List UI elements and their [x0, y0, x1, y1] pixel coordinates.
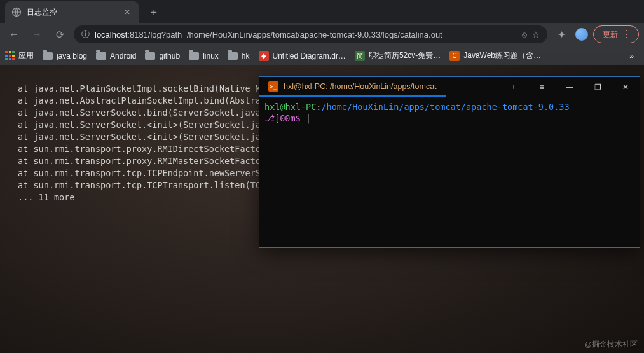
globe-icon [11, 7, 22, 17]
bookmark-label: github [159, 52, 180, 60]
translate-icon[interactable]: ⎋ [522, 30, 527, 39]
bookmark-item-4[interactable]: hk [228, 52, 250, 60]
watermark-text: @掘金技术社区 [584, 340, 638, 349]
browser-toolbar: ← → ⟳ ⓘ localhost:8181/log?path=/home/Ho… [0, 23, 644, 46]
terminal-close-button[interactable]: ✕ [612, 77, 640, 97]
apps-label: 应用 [18, 50, 34, 61]
bookmark-label: hk [242, 52, 250, 60]
site-info-icon[interactable]: ⓘ [81, 29, 90, 40]
terminal-window: >_ hxl@hxl-PC: /home/HouXinLin/apps/tomc… [259, 76, 640, 248]
bookmark-label: Android [110, 52, 136, 60]
bookmark-label: Untitled Diagram.dr… [273, 52, 346, 60]
bookmark-label: 职徒简历52cv-免费… [369, 50, 441, 61]
terminal-maximize-button[interactable]: ❐ [584, 77, 612, 97]
terminal-prompt-line1: hxl@hxl-PC:/home/HouXinLin/apps/tomcat/a… [264, 101, 634, 113]
site-favicon: 简 [355, 51, 365, 61]
bookmarks-bar: 应用 java blogAndroidgithublinuxhk◆Untitle… [0, 46, 644, 65]
bookmark-item-2[interactable]: github [145, 52, 180, 60]
site-favicon: C [449, 51, 460, 61]
reload-button[interactable]: ⟳ [51, 25, 69, 43]
apps-grid-icon [5, 51, 15, 60]
terminal-menu-icon[interactable]: ≡ [528, 77, 556, 97]
terminal-icon: >_ [268, 81, 278, 92]
new-tab-button[interactable]: ＋ [145, 3, 163, 21]
forward-button[interactable]: → [28, 25, 46, 43]
terminal-prompt-line2: ⎇[00m$ | [264, 113, 634, 124]
terminal-new-tab-button[interactable]: ＋ [500, 77, 528, 97]
back-button[interactable]: ← [5, 25, 23, 43]
folder-icon [145, 52, 155, 60]
terminal-tab-title: hxl@hxl-PC: /home/HouXinLin/apps/tomcat [284, 82, 437, 91]
bookmark-item-0[interactable]: java blog [43, 52, 87, 60]
profile-avatar[interactable] [575, 28, 588, 41]
omnibox-url: localhost:8181/log?path=/home/HouXinLin/… [95, 30, 517, 39]
bookmark-item-7[interactable]: CJavaWeb练习题（含… [449, 50, 541, 61]
bookmarks-overflow-icon[interactable]: » [624, 52, 639, 60]
terminal-body[interactable]: hxl@hxl-PC:/home/HouXinLin/apps/tomcat/a… [259, 97, 640, 128]
terminal-titlebar[interactable]: >_ hxl@hxl-PC: /home/HouXinLin/apps/tomc… [259, 77, 640, 97]
folder-icon [228, 52, 238, 60]
extensions-icon[interactable]: ✦ [552, 25, 570, 43]
site-favicon: ◆ [259, 51, 269, 61]
browser-tab-active[interactable]: 日志监控 ✕ [5, 1, 139, 23]
terminal-tab-active[interactable]: >_ hxl@hxl-PC: /home/HouXinLin/apps/tomc… [259, 77, 446, 97]
browser-tabstrip: 日志监控 ✕ ＋ [0, 0, 644, 23]
bookmark-item-3[interactable]: linux [189, 52, 219, 60]
bookmark-label: linux [203, 52, 219, 60]
folder-icon [96, 52, 106, 60]
tab-title: 日志监控 [27, 7, 117, 18]
bookmark-star-icon[interactable]: ☆ [532, 30, 540, 39]
menu-dots-icon[interactable]: ⋮ [622, 29, 632, 39]
bookmark-item-5[interactable]: ◆Untitled Diagram.dr… [259, 51, 346, 61]
tab-close-icon[interactable]: ✕ [122, 8, 132, 17]
bookmark-label: java blog [57, 52, 87, 60]
folder-icon [43, 52, 53, 60]
terminal-minimize-button[interactable]: — [556, 77, 584, 97]
apps-shortcut[interactable]: 应用 [5, 50, 34, 61]
bookmark-item-1[interactable]: Android [96, 52, 136, 60]
update-button[interactable]: 更新 ⋮ [593, 25, 639, 43]
update-label: 更新 [603, 29, 618, 40]
bookmark-label: JavaWeb练习题（含… [463, 50, 541, 61]
bookmark-item-6[interactable]: 简职徒简历52cv-免费… [355, 50, 441, 61]
folder-icon [189, 52, 199, 60]
omnibox[interactable]: ⓘ localhost:8181/log?path=/home/HouXinLi… [74, 25, 547, 43]
